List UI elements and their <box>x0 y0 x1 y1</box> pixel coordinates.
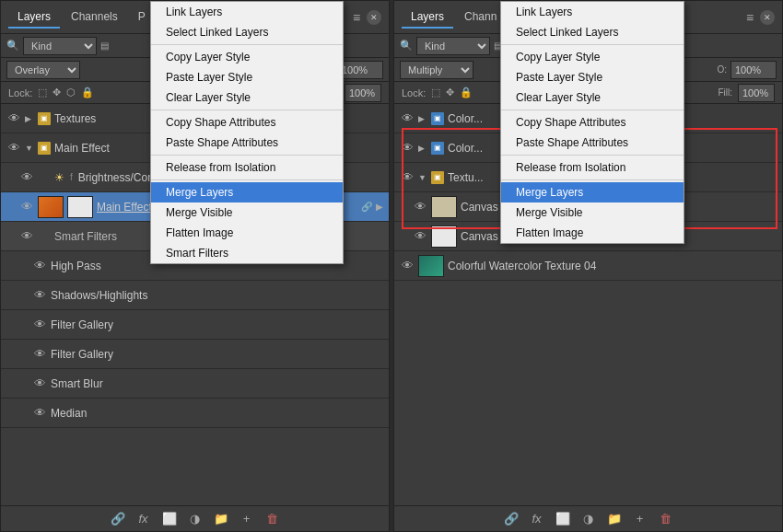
left-bottom-bar: 🔗 fx ⬜ ◑ 📁 + 🗑 <box>1 505 389 531</box>
expand-arrow[interactable]: ▶ <box>418 144 427 153</box>
ctx-smart-filters-left[interactable]: Smart Filters <box>151 243 343 263</box>
eye-icon[interactable]: 👁 <box>413 229 427 244</box>
ctx-flatten-left[interactable]: Flatten Image <box>151 223 343 243</box>
lock-icon-move-right[interactable]: ✥ <box>446 87 454 98</box>
eye-icon[interactable]: 👁 <box>6 111 21 126</box>
ctx-paste-style-right[interactable]: Paste Layer Style <box>501 67 684 87</box>
mask-btn-right[interactable]: ⬜ <box>555 511 571 527</box>
ctx-merge-layers-right[interactable]: Merge Layers <box>501 182 684 202</box>
fill-input-left[interactable] <box>345 84 381 102</box>
ctx-sep-r2 <box>501 110 684 110</box>
group-btn[interactable]: 📁 <box>213 511 229 527</box>
delete-btn-right[interactable]: 🗑 <box>658 511 674 527</box>
ctx-clear-style-left[interactable]: Clear Layer Style <box>151 87 343 108</box>
blend-mode-select-right[interactable]: Multiply <box>400 61 473 79</box>
expand-arrow[interactable]: ▼ <box>418 173 427 182</box>
ctx-copy-shape-right[interactable]: Copy Shape Attributes <box>501 112 684 133</box>
lock-icon-all[interactable]: 🔒 <box>81 87 94 98</box>
blend-mode-select-left[interactable]: Overlay <box>6 61 80 79</box>
layer-item-filter-gallery-1[interactable]: 👁 Filter Gallery <box>1 310 389 340</box>
new-layer-btn-right[interactable]: + <box>632 511 649 527</box>
ctx-release-right[interactable]: Release from Isolation <box>501 157 684 178</box>
ctx-release-left[interactable]: Release from Isolation <box>151 157 343 178</box>
opacity-input-right[interactable] <box>730 61 777 79</box>
layer-item-smart-blur[interactable]: 👁 Smart Blur <box>1 369 389 399</box>
expand-arrow[interactable]: ▼ <box>25 144 34 153</box>
eye-icon[interactable]: 👁 <box>400 170 415 185</box>
kind-select-right[interactable]: Kind <box>416 37 490 55</box>
ctx-copy-style-right[interactable]: Copy Layer Style <box>501 47 684 67</box>
eye-icon[interactable]: 👁 <box>32 288 47 303</box>
eye-icon[interactable]: 👁 <box>400 259 415 273</box>
ctx-select-linked-left[interactable]: Select Linked Layers <box>151 22 343 42</box>
link-layers-btn[interactable]: 🔗 <box>110 511 126 527</box>
ctx-paste-style-left[interactable]: Paste Layer Style <box>151 67 343 87</box>
new-layer-btn[interactable]: + <box>239 511 255 527</box>
ctx-copy-style-left[interactable]: Copy Layer Style <box>151 47 343 67</box>
ctx-flatten-right[interactable]: Flatten Image <box>501 223 684 243</box>
eye-icon[interactable]: 👁 <box>19 170 34 185</box>
layer-item-filter-gallery-2[interactable]: 👁 Filter Gallery <box>1 340 389 369</box>
eye-icon[interactable]: 👁 <box>32 259 47 273</box>
layer-mask-thumbnail <box>67 196 93 218</box>
layer-item-watercolor[interactable]: 👁 Colorful Watercolor Texture 04 <box>394 251 782 281</box>
ctx-clear-style-right[interactable]: Clear Layer Style <box>501 87 684 108</box>
panel-menu-left[interactable]: ≡ <box>348 9 365 26</box>
eye-icon[interactable]: 👁 <box>400 111 415 126</box>
layer-item-median[interactable]: 👁 Median <box>1 399 389 428</box>
fx-btn[interactable]: fx <box>135 511 152 527</box>
fx-label: f <box>70 172 73 182</box>
fx-btn-right[interactable]: fx <box>529 511 545 527</box>
tab-channels-right[interactable]: Chann <box>455 6 506 29</box>
fill-input-right[interactable] <box>738 84 775 102</box>
eye-icon[interactable]: 👁 <box>19 229 34 244</box>
ctx-merge-layers-left[interactable]: Merge Layers <box>151 182 343 202</box>
layer-thumbnail <box>38 196 64 218</box>
close-right[interactable]: ✕ <box>760 10 775 25</box>
tab-layers-left[interactable]: Layers <box>8 6 60 29</box>
opacity-input-left[interactable] <box>337 61 383 79</box>
ctx-copy-shape-left[interactable]: Copy Shape Attributes <box>151 112 343 133</box>
expand-arrow[interactable]: ▶ <box>418 114 427 123</box>
close-left[interactable]: ✕ <box>367 10 381 25</box>
eye-icon[interactable]: 👁 <box>32 376 47 391</box>
panel-menu-right[interactable]: ≡ <box>742 9 758 26</box>
eye-icon[interactable]: 👁 <box>400 141 415 156</box>
eye-icon[interactable]: 👁 <box>32 318 47 332</box>
tab-layers-right[interactable]: Layers <box>402 6 453 29</box>
ctx-link-layers-left[interactable]: Link Layers <box>151 2 343 22</box>
ctx-merge-visible-left[interactable]: Merge Visible <box>151 202 343 223</box>
ctx-sep-4 <box>151 179 343 180</box>
delete-btn[interactable]: 🗑 <box>264 511 281 527</box>
lock-icon-move[interactable]: ✥ <box>53 87 61 98</box>
eye-icon[interactable]: 👁 <box>6 141 21 156</box>
ctx-paste-shape-left[interactable]: Paste Shape Attributes <box>151 133 343 153</box>
adjustment-btn-right[interactable]: ◑ <box>580 511 597 527</box>
layer-item-shadows[interactable]: 👁 Shadows/Highlights <box>1 281 389 310</box>
ctx-select-linked-right[interactable]: Select Linked Layers <box>501 22 684 42</box>
kind-select[interactable]: Kind <box>23 37 97 55</box>
layer-thumbnail-canvas1 <box>431 226 457 248</box>
ctx-link-layers-right[interactable]: Link Layers <box>501 2 684 22</box>
eye-icon[interactable]: 👁 <box>32 347 47 362</box>
group-icon: ▣ <box>38 112 51 125</box>
lock-icon-all-right[interactable]: 🔒 <box>460 87 473 98</box>
tab-channels-left[interactable]: Channels <box>62 6 127 29</box>
lock-icon-pixels[interactable]: ⬚ <box>38 87 47 98</box>
layer-name: Filter Gallery <box>51 348 383 361</box>
link-layers-btn-right[interactable]: 🔗 <box>503 511 520 527</box>
eye-icon[interactable]: 👁 <box>19 200 34 214</box>
expand-right[interactable]: ▶ <box>376 202 383 212</box>
ctx-sep-2 <box>151 110 343 110</box>
adjustment-btn[interactable]: ◑ <box>187 511 204 527</box>
eye-icon[interactable]: 👁 <box>32 406 47 421</box>
mask-btn[interactable]: ⬜ <box>161 511 178 527</box>
ctx-paste-shape-right[interactable]: Paste Shape Attributes <box>501 133 684 153</box>
group-btn-right[interactable]: 📁 <box>606 511 623 527</box>
expand-arrow[interactable]: ▶ <box>25 114 34 123</box>
ctx-merge-visible-right[interactable]: Merge Visible <box>501 202 684 223</box>
group-icon: ▣ <box>431 142 444 155</box>
lock-icon-pixels-right[interactable]: ⬚ <box>431 87 440 98</box>
lock-icon-artboard[interactable]: ⬡ <box>66 87 76 98</box>
eye-icon[interactable]: 👁 <box>413 200 427 214</box>
